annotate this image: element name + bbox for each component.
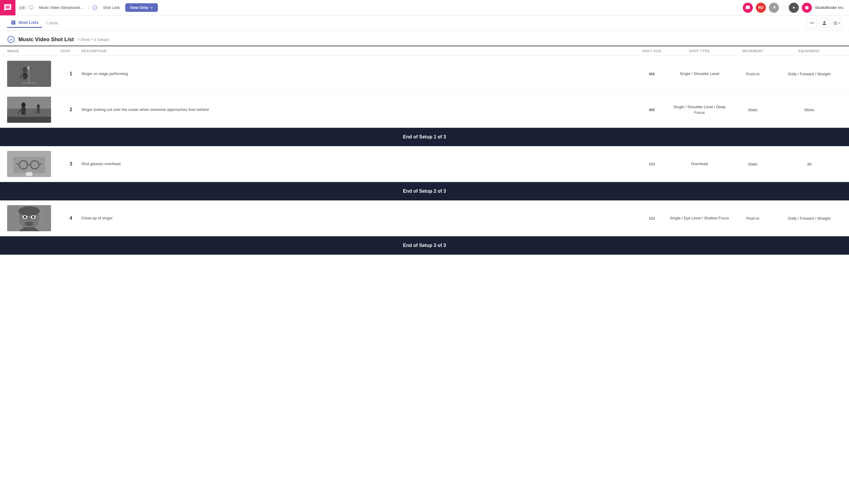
view-only-button[interactable]: View Only bbox=[125, 3, 158, 12]
top-nav: v 0 Music Video Storyboard... / Shot Lis… bbox=[0, 0, 849, 15]
svg-rect-9 bbox=[23, 73, 27, 79]
col-description: DESCRIPTION bbox=[81, 49, 634, 53]
app-logo[interactable] bbox=[0, 0, 15, 15]
shot-4-image bbox=[7, 205, 51, 231]
play-icon bbox=[792, 6, 796, 10]
table-row: 1 Singer on stage performing MS Single /… bbox=[0, 56, 849, 92]
svg-point-40 bbox=[32, 216, 34, 218]
table-header: IMAGE SHOT DESCRIPTION SHOT SIZE SHOT TY… bbox=[0, 46, 849, 56]
shot-2-storyboard bbox=[7, 97, 51, 123]
svg-rect-16 bbox=[7, 117, 51, 123]
col-movement: MOVEMENT bbox=[729, 49, 777, 53]
table-row: 4 Close-up of singer CU Single / Eye Lev… bbox=[0, 200, 849, 236]
sb-icon[interactable] bbox=[802, 3, 812, 13]
svg-point-1 bbox=[92, 5, 97, 10]
user-icon bbox=[822, 21, 827, 25]
brand-icon bbox=[805, 6, 809, 10]
svg-rect-32 bbox=[29, 172, 31, 175]
svg-rect-14 bbox=[7, 97, 51, 108]
svg-rect-15 bbox=[7, 108, 51, 117]
shot-3-image bbox=[7, 151, 51, 177]
page-header: Music Video Shot List 7 Shots • 3 Setups bbox=[0, 31, 849, 46]
svg-rect-12 bbox=[28, 66, 29, 70]
studio-name: StudioBinder Inc. bbox=[815, 5, 844, 10]
shot-4-storyboard bbox=[7, 205, 51, 231]
col-equipment: EQUIPMENT bbox=[777, 49, 842, 53]
col-image: IMAGE bbox=[7, 49, 60, 53]
version-badge: v 0 bbox=[18, 5, 27, 10]
nav-sep-1: / bbox=[88, 4, 90, 11]
svg-point-17 bbox=[21, 103, 25, 107]
setup-3-divider: End of Setup 3 of 3 bbox=[0, 236, 849, 255]
chevron-down-small-icon bbox=[838, 22, 841, 24]
svg-point-41 bbox=[25, 222, 33, 226]
svg-rect-0 bbox=[29, 6, 33, 8]
shot-2-image bbox=[7, 97, 51, 123]
view-toggle-button[interactable] bbox=[832, 18, 842, 28]
svg-rect-22 bbox=[37, 108, 40, 113]
sub-nav-actions: ••• bbox=[807, 18, 842, 28]
project-link[interactable]: Music Video Storyboard... bbox=[36, 4, 86, 11]
svg-point-21 bbox=[37, 104, 40, 108]
comment-icon bbox=[745, 5, 750, 10]
shotlist-sub-icon bbox=[11, 20, 16, 25]
svg-point-38 bbox=[24, 216, 26, 218]
nav-divider bbox=[784, 3, 784, 12]
shotlists-nav-link[interactable]: Shot Lists bbox=[100, 4, 123, 11]
chat-icon bbox=[3, 3, 12, 12]
shot-count-badge: 7 shots bbox=[46, 21, 58, 25]
add-user-icon bbox=[772, 5, 776, 10]
avatar-add-user[interactable] bbox=[769, 3, 779, 13]
table-row: 3 Shot glasses overhead CU Overhead Stat… bbox=[0, 146, 849, 182]
storyboard-icon bbox=[29, 5, 34, 10]
shot-3-storyboard bbox=[7, 151, 51, 177]
svg-point-36 bbox=[18, 206, 40, 216]
col-shot-size: SHOT SIZE bbox=[634, 49, 670, 53]
user-settings-button[interactable] bbox=[819, 18, 829, 28]
col-shot: SHOT bbox=[60, 49, 81, 53]
chevron-down-icon bbox=[150, 6, 153, 9]
table-body: 1 Singer on stage performing MS Single /… bbox=[0, 56, 849, 255]
page-header-icon bbox=[7, 36, 15, 43]
table-row: 2 Singer looking out over the ocean when… bbox=[0, 92, 849, 128]
setup-1-divider: End of Setup 1 of 3 bbox=[0, 128, 849, 146]
page-title: Music Video Shot List bbox=[18, 36, 74, 43]
page-stats: 7 Shots • 3 Setups bbox=[77, 37, 109, 42]
avatar-user[interactable]: RD bbox=[756, 3, 766, 13]
shot-1-image bbox=[7, 61, 51, 87]
avatar-comment[interactable] bbox=[743, 3, 753, 13]
svg-rect-2 bbox=[805, 6, 809, 9]
svg-point-8 bbox=[22, 67, 27, 73]
sub-nav-shotlists[interactable]: Shot Lists bbox=[7, 18, 42, 28]
play-btn[interactable] bbox=[789, 3, 799, 13]
more-options-button[interactable]: ••• bbox=[807, 18, 817, 28]
nav-right-actions: RD StudioBinder Inc. bbox=[743, 3, 844, 13]
svg-point-4 bbox=[8, 36, 14, 43]
sub-nav: Shot Lists 7 shots ••• bbox=[0, 15, 849, 31]
svg-rect-31 bbox=[27, 172, 29, 176]
shot-1-storyboard bbox=[7, 61, 51, 87]
svg-rect-33 bbox=[31, 172, 32, 176]
setup-2-divider: End of Setup 2 of 3 bbox=[0, 182, 849, 200]
grid-icon bbox=[833, 21, 838, 25]
col-shot-type: SHOT TYPE bbox=[670, 49, 729, 53]
shotlist-nav-icon bbox=[92, 5, 98, 11]
